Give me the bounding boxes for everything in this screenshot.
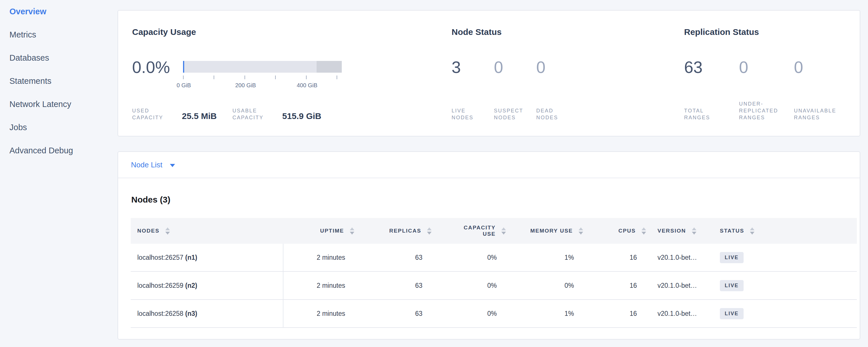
capacity-gauge: 0 GiB 200 GiB 400 GiB xyxy=(183,61,342,92)
sort-icon xyxy=(350,227,354,234)
status-badge: LIVE xyxy=(720,280,744,291)
nodes-section-title: Nodes (3) xyxy=(131,194,857,206)
column-header-memory-use[interactable]: MEMORY USE xyxy=(508,218,585,244)
status-cell: LIVE xyxy=(711,300,857,327)
sidebar-item-metrics[interactable]: Metrics xyxy=(9,23,118,46)
suspect-nodes-label: SUSPECT NODES xyxy=(494,107,528,121)
memory-use-cell: 0% xyxy=(508,272,585,299)
table-row: localhost:26259 (n2) 2 minutes 63 0% 0% … xyxy=(131,272,857,300)
status-badge: LIVE xyxy=(720,252,744,263)
replicas-cell: 63 xyxy=(356,244,434,271)
nodes-table: NODES UPTIME REPLICAS CAPACITY USE MEMOR… xyxy=(131,218,857,328)
capacity-gauge-reserved-segment xyxy=(317,61,342,73)
node-link[interactable]: localhost:26257 (n1) xyxy=(137,254,197,261)
column-header-nodes[interactable]: NODES xyxy=(131,218,283,244)
node-status-title: Node Status xyxy=(452,27,672,37)
usable-capacity-value: 515.9 GiB xyxy=(282,111,321,121)
status-cell: LIVE xyxy=(711,244,857,271)
sidebar-item-overview[interactable]: Overview xyxy=(9,0,118,23)
total-ranges-value: 63 xyxy=(684,57,739,77)
sort-icon xyxy=(165,227,170,234)
gauge-tick xyxy=(245,75,245,79)
sort-icon xyxy=(692,227,696,234)
status-cell: LIVE xyxy=(711,272,857,299)
under-replicated-ranges-stat: 0 UNDER-REPLICATED RANGES xyxy=(739,57,794,121)
node-id: (n1) xyxy=(185,254,197,261)
column-header-version[interactable]: VERSION xyxy=(648,218,711,244)
dead-nodes-label: DEAD NODES xyxy=(536,107,570,121)
capacity-gauge-track xyxy=(183,61,342,73)
sidebar: Overview Metrics Databases Statements Ne… xyxy=(0,0,118,162)
column-header-capacity-use[interactable]: CAPACITY USE xyxy=(434,218,508,244)
cluster-summary-card: Capacity Usage 0.0% 0 GiB 200 GiB xyxy=(118,10,860,136)
node-cell: localhost:26257 (n1) xyxy=(131,244,283,271)
table-row: localhost:26258 (n3) 2 minutes 63 0% 1% … xyxy=(131,300,857,328)
under-replicated-ranges-value: 0 xyxy=(739,57,794,77)
version-cell: v20.1.0-bet… xyxy=(648,272,711,299)
gauge-tick xyxy=(337,75,337,79)
column-header-status[interactable]: STATUS xyxy=(711,218,857,244)
node-status-section: Node Status 3 LIVE NODES 0 SUSPECT NODES… xyxy=(452,10,672,136)
used-capacity-label: USED CAPACITY xyxy=(132,107,169,121)
chevron-down-icon xyxy=(170,164,175,167)
sort-icon xyxy=(501,227,506,234)
node-link[interactable]: localhost:26258 (n3) xyxy=(137,310,197,318)
unavailable-ranges-label: UNAVAILABLE RANGES xyxy=(794,107,837,121)
capacity-used-percent: 0.0% xyxy=(132,57,183,77)
uptime-cell: 2 minutes xyxy=(283,244,356,271)
suspect-nodes-stat: 0 SUSPECT NODES xyxy=(494,57,536,121)
dead-nodes-stat: 0 DEAD NODES xyxy=(536,57,579,121)
table-row: localhost:26257 (n1) 2 minutes 63 0% 1% … xyxy=(131,244,857,272)
column-header-replicas[interactable]: REPLICAS xyxy=(356,218,434,244)
node-cell: localhost:26259 (n2) xyxy=(131,272,283,299)
node-cell: localhost:26258 (n3) xyxy=(131,300,283,327)
capacity-usage-title: Capacity Usage xyxy=(132,27,441,37)
node-id: (n3) xyxy=(185,310,197,317)
node-list-card: Node List Nodes (3) NODES UPTIME REPLICA… xyxy=(118,151,860,340)
gauge-tick xyxy=(275,75,276,79)
unavailable-ranges-value: 0 xyxy=(794,57,849,77)
total-ranges-stat: 63 TOTAL RANGES xyxy=(684,57,739,121)
capacity-use-cell: 0% xyxy=(434,244,508,271)
sort-icon xyxy=(642,227,646,234)
unavailable-ranges-stat: 0 UNAVAILABLE RANGES xyxy=(794,57,849,121)
memory-use-cell: 1% xyxy=(508,300,585,327)
column-header-cpus[interactable]: CPUS xyxy=(585,218,648,244)
usable-capacity-stat: USABLE CAPACITY 515.9 GiB xyxy=(232,107,321,121)
replicas-cell: 63 xyxy=(356,300,434,327)
sidebar-item-jobs[interactable]: Jobs xyxy=(9,116,118,139)
gauge-tick xyxy=(183,75,184,79)
under-replicated-ranges-label: UNDER-REPLICATED RANGES xyxy=(739,100,782,121)
sort-icon xyxy=(427,227,432,234)
gauge-tick xyxy=(306,75,307,79)
live-nodes-value: 3 xyxy=(452,57,494,77)
node-link[interactable]: localhost:26259 (n2) xyxy=(137,282,197,289)
gauge-axis-label: 0 GiB xyxy=(177,82,191,89)
used-capacity-value: 25.5 MiB xyxy=(182,111,217,121)
status-badge: LIVE xyxy=(720,308,744,319)
view-selector-row: Node List xyxy=(118,152,860,178)
used-capacity-stat: USED CAPACITY 25.5 MiB xyxy=(132,107,217,121)
replicas-cell: 63 xyxy=(356,272,434,299)
gauge-axis-label: 400 GiB xyxy=(297,82,317,89)
memory-use-cell: 1% xyxy=(508,244,585,271)
node-list-dropdown[interactable]: Node List xyxy=(131,160,175,169)
live-nodes-label: LIVE NODES xyxy=(452,107,486,121)
sort-icon xyxy=(579,227,583,234)
capacity-use-cell: 0% xyxy=(434,272,508,299)
total-ranges-label: TOTAL RANGES xyxy=(684,107,727,121)
sidebar-item-databases[interactable]: Databases xyxy=(9,46,118,69)
node-list-dropdown-label: Node List xyxy=(131,160,162,169)
sidebar-item-network-latency[interactable]: Network Latency xyxy=(9,93,118,116)
cpus-cell: 16 xyxy=(585,272,648,299)
uptime-cell: 2 minutes xyxy=(283,272,356,299)
capacity-usage-section: Capacity Usage 0.0% 0 GiB 200 GiB xyxy=(132,10,441,136)
nodes-table-header: NODES UPTIME REPLICAS CAPACITY USE MEMOR… xyxy=(131,218,857,244)
sidebar-item-statements[interactable]: Statements xyxy=(9,69,118,93)
cpus-cell: 16 xyxy=(585,244,648,271)
node-id: (n2) xyxy=(185,282,197,289)
uptime-cell: 2 minutes xyxy=(283,300,356,327)
replication-status-section: Replication Status 63 TOTAL RANGES 0 UND… xyxy=(684,10,853,136)
sidebar-item-advanced-debug[interactable]: Advanced Debug xyxy=(9,139,118,162)
column-header-uptime[interactable]: UPTIME xyxy=(283,218,356,244)
